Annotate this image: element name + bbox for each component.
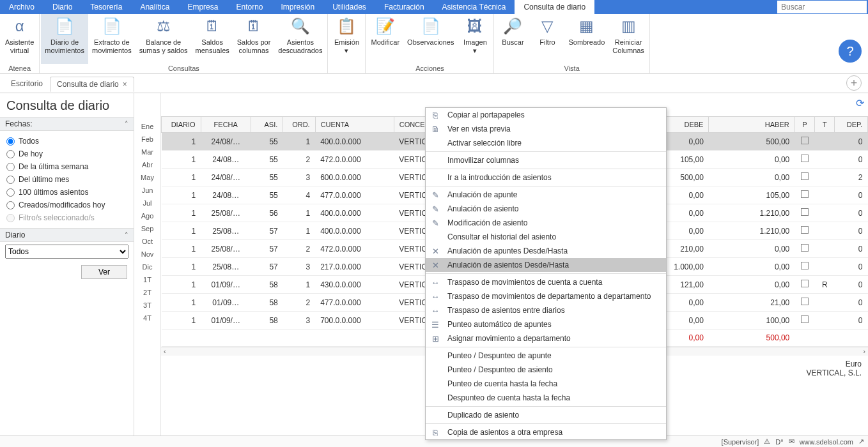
asientos-descuadrados-button[interactable]: 🔍Asientos descuadrados [274,14,326,64]
ctx-inmovilizar-columnas[interactable]: Inmovilizar columnas [426,153,666,167]
checkbox-icon[interactable] [801,137,809,144]
diario-header[interactable]: Diario ˄ [0,228,134,242]
collapse-icon[interactable]: ˄ [125,231,128,239]
menu-utilidades[interactable]: Utilidades [323,0,375,14]
ctx-modificación-de-asiento[interactable]: ✎Modificación de asiento [426,216,666,230]
menu-diario[interactable]: Diario [43,0,81,14]
month-1t[interactable]: 1T [134,273,160,286]
diario-select[interactable]: Todos [5,245,128,259]
add-tab-button[interactable]: + [846,75,862,91]
col-fecha[interactable]: FECHA [201,117,251,133]
month-sep[interactable]: Sep [134,222,160,235]
month-2t[interactable]: 2T [134,286,160,299]
menu-analítica[interactable]: Analítica [131,0,178,14]
month-dic[interactable]: Dic [134,261,160,273]
extracto-de-movimientos-button[interactable]: 📄Extracto de movimientos [88,14,136,64]
ctx-anulación-de-asiento[interactable]: ✎Anulación de asiento [426,202,666,216]
tab-escritorio[interactable]: Escritorio [4,76,50,91]
month-nov[interactable]: Nov [134,248,160,261]
checkbox-icon[interactable] [801,262,809,269]
radio-del-último-mes[interactable]: Del último mes [6,173,127,186]
ctx-activar-selección-libre[interactable]: Activar selección libre [426,136,666,150]
month-abr[interactable]: Abr [134,158,160,171]
checkbox-icon[interactable] [801,155,809,162]
status-expand-icon[interactable]: ↗ [858,437,864,446]
col-haber[interactable]: HABER [709,117,794,133]
radio-100-últimos-asientos[interactable]: 100 últimos asientos [6,186,127,199]
ctx-traspaso-de-movimientos-de-cuenta-a-cuenta[interactable]: ↔Traspaso de movimientos de cuenta a cue… [426,275,666,289]
menu-entorno[interactable]: Entorno [227,0,272,14]
help-icon[interactable]: ? [839,40,862,63]
tab-consulta-diario[interactable]: Consulta de diario× [50,77,134,92]
month-ene[interactable]: Ene [134,120,160,133]
ctx-traspaso-de-asientos-entre-diarios[interactable]: ↔Traspaso de asientos entre diarios [426,303,666,317]
menu-facturación[interactable]: Facturación [375,0,433,14]
ctx-traspaso-de-movimientos-de-departamento-a-departamento[interactable]: ↔Traspaso de movimientos de departamento… [426,289,666,303]
radio-de-la-última-semana[interactable]: De la última semana [6,160,127,173]
month-mar[interactable]: Mar [134,146,160,158]
sombreado-button[interactable]: ▦Sombreado [564,14,608,64]
status-url[interactable]: www.sdelsol.com [800,438,853,446]
ctx-punteo-despunteo-de-apunte[interactable]: Punteo / Despunteo de apunte [426,349,666,363]
ctx-anulación-de-asientos-desde-hasta[interactable]: ✕Anulación de asientos Desde/Hasta [426,258,666,272]
emision-button[interactable]: 📋Emisión ▾ [329,14,364,64]
ctx-copiar-al-portapapeles[interactable]: ⎘Copiar al portapapeles [426,108,666,122]
col-dep[interactable]: DEP. [835,117,868,133]
refresh-icon[interactable]: ⟳ [856,97,864,109]
saldos-por-columnas-button[interactable]: 🗓Saldos por columnas [233,14,275,64]
ctx-punteo-despunteo-de-asiento[interactable]: Punteo / Despunteo de asiento [426,363,666,377]
ctx-punteo-de-cuenta-hasta-la-fecha[interactable]: Punteo de cuenta hasta la fecha [426,377,666,391]
ctx-despunteo-de-cuenta-hasta-la-fecha[interactable]: Despunteo de cuenta hasta la fecha [426,391,666,405]
fechas-header[interactable]: Fechas: ˄ [0,117,134,131]
checkbox-icon[interactable] [801,298,809,305]
checkbox-icon[interactable] [801,172,809,180]
balance-sumas-saldos-button[interactable]: ⚖Balance de sumas y saldos [136,14,192,64]
ctx-consultar-el-historial-del-asiento[interactable]: Consultar el historial del asiento [426,230,666,244]
asistente-virtual-button[interactable]: αAsistente virtual [1,14,38,64]
radio-todos[interactable]: Todos [6,135,127,148]
ctx-anulación-de-apunte[interactable]: ✎Anulación de apunte [426,188,666,202]
status-d-icon[interactable]: D° [775,438,783,446]
col-p[interactable]: P [794,117,814,133]
ctx-ir-a-la-introducción-de-asientos[interactable]: Ir a la introducción de asientos [426,170,666,185]
ctx-ver-en-vista-previa[interactable]: 🗎Ver en vista previa [426,122,666,136]
col-diario[interactable]: DIARIO [162,117,201,133]
col-cuenta[interactable]: CUENTA [315,117,394,133]
saldos-mensuales-button[interactable]: 🗓Saldos mensuales [192,14,233,64]
month-jul[interactable]: Jul [134,197,160,209]
checkbox-icon[interactable] [801,190,809,198]
checkbox-icon[interactable] [801,244,809,252]
month-ago[interactable]: Ago [134,209,160,222]
col-asi[interactable]: ASI. [251,117,283,133]
menu-asistencia-técnica[interactable]: Asistencia Técnica [433,0,515,14]
observaciones-button[interactable]: 📄Observaciones [403,14,458,64]
col-t[interactable]: T [815,117,835,133]
search-input[interactable] [777,1,867,13]
close-tab-icon[interactable]: × [123,80,127,89]
month-4t[interactable]: 4T [134,312,160,324]
collapse-icon[interactable]: ˄ [125,120,128,128]
month-oct[interactable]: Oct [134,235,160,248]
checkbox-icon[interactable] [801,315,809,323]
month-may[interactable]: May [134,171,160,184]
ctx-duplicado-de-asiento[interactable]: Duplicado de asiento [426,408,666,422]
reiniciar-columnas-button[interactable]: ▥Reiniciar Columnas [608,14,648,64]
menu-tesorería[interactable]: Tesorería [81,0,131,14]
ctx-anulación-de-apuntes-desde-hasta[interactable]: ✕Anulación de apuntes Desde/Hasta [426,244,666,258]
checkbox-icon[interactable] [801,226,809,234]
month-3t[interactable]: 3T [134,299,160,312]
checkbox-icon[interactable] [801,280,809,287]
menu-impresión[interactable]: Impresión [272,0,323,14]
imagen-button[interactable]: 🖼Imagen ▾ [458,14,492,64]
status-warning-icon[interactable]: ⚠ [764,437,770,446]
modificar-button[interactable]: 📝Modificar [367,14,403,64]
col-ord[interactable]: ORD. [283,117,315,133]
diario-de-movimientos-button[interactable]: 📄Diario de movimientos [41,14,88,64]
radio-de-hoy[interactable]: De hoy [6,148,127,160]
radio-creados-modificados-hoy[interactable]: Creados/modificados hoy [6,199,127,211]
ver-button[interactable]: Ver [81,265,127,279]
status-mail-icon[interactable]: ✉ [789,437,794,446]
filtro-button[interactable]: ▽Filtro [530,14,564,64]
ctx-asignar-movimiento-a-departamento[interactable]: ⊞Asignar movimiento a departamento [426,331,666,345]
checkbox-icon[interactable] [801,208,809,216]
